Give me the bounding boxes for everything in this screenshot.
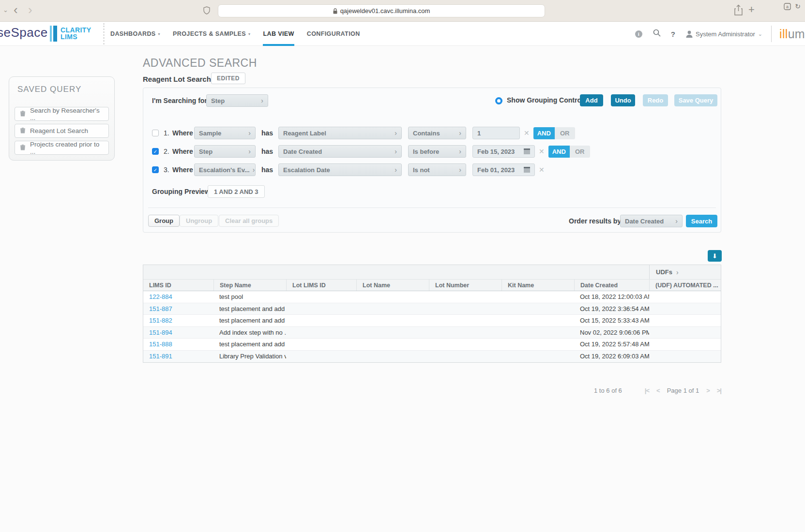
column-header-udf-automated[interactable]: (UDF) AUTOMATED ... (649, 280, 721, 291)
criteria-value-input[interactable]: Feb 01, 2023 (472, 163, 535, 176)
first-page-icon[interactable]: |< (645, 387, 649, 394)
saved-query-item[interactable]: Projects created prior to ... (15, 141, 109, 155)
lims-id-cell: 151-882 (143, 315, 213, 326)
criteria-operator-dropdown[interactable]: Is not› (408, 163, 466, 176)
column-header-lims-id[interactable]: LIMS ID (143, 280, 213, 291)
nav-item-projects-samples[interactable]: PROJECTS & SAMPLES▾ (173, 22, 250, 46)
lims-id-link[interactable]: 151-894 (149, 329, 172, 336)
criteria-checkbox[interactable] (152, 130, 159, 136)
criteria-has-label: has (261, 166, 274, 174)
udfs-toggle[interactable]: UDFs › (649, 265, 721, 279)
or-button[interactable]: OR (555, 127, 575, 139)
search-icon[interactable] (653, 29, 661, 39)
table-cell (356, 303, 429, 315)
chevron-right-icon: › (248, 148, 251, 155)
trash-icon[interactable] (20, 127, 26, 135)
trash-icon[interactable] (20, 110, 26, 118)
criteria-checkbox[interactable]: ✓ (152, 148, 159, 155)
illumina-logo: illum (779, 27, 805, 41)
order-by-dropdown[interactable]: Date Created› (620, 215, 683, 227)
browser-chrome: ⌄ ‹ › qajeweldev01.cavc.illumina.com a ↻… (0, 0, 805, 22)
criteria-operator-dropdown[interactable]: Contains› (408, 127, 466, 139)
address-bar[interactable]: qajeweldev01.cavc.illumina.com (218, 4, 545, 17)
criteria-field-dropdown[interactable]: Reagent Label› (278, 127, 402, 139)
lims-id-link[interactable]: 151-891 (149, 353, 172, 360)
remove-criteria-icon[interactable]: ✕ (524, 129, 530, 137)
criteria-field-dropdown[interactable]: Escalation Date› (278, 163, 402, 176)
table-cell: Oct 19, 2022 5:57:48 AM (574, 339, 649, 350)
chevron-right-icon: › (459, 166, 461, 174)
lims-id-cell: 151-888 (143, 339, 213, 350)
lims-id-link[interactable]: 151-882 (149, 317, 172, 324)
trash-icon[interactable] (20, 144, 26, 152)
criteria-value-input[interactable]: 1 (472, 127, 520, 139)
lims-id-link[interactable]: 151-887 (149, 305, 172, 312)
and-button[interactable]: AND (533, 127, 555, 139)
or-button[interactable]: OR (570, 146, 590, 158)
order-results-label: Order results by (569, 217, 621, 225)
criteria-subject-dropdown[interactable]: Sample› (194, 127, 256, 139)
table-row: 151-891Library Prep Validation v...Oct 1… (143, 351, 721, 363)
url-text: qajeweldev01.cavc.illumina.com (340, 7, 430, 15)
next-page-icon[interactable]: > (706, 387, 710, 394)
column-header-lot-lims-id[interactable]: Lot LIMS ID (286, 280, 356, 291)
browser-back-icon[interactable]: ‹ (14, 2, 18, 17)
help-icon[interactable]: ? (671, 30, 675, 38)
info-icon[interactable]: i (635, 30, 642, 38)
table-cell (286, 351, 356, 363)
saved-query-item[interactable]: Search by Researcher's ... (15, 107, 109, 121)
lims-id-link[interactable]: 151-888 (149, 340, 172, 348)
nav-item-dashboards[interactable]: DASHBOARDS▾ (110, 22, 160, 46)
group-button[interactable]: Group (148, 215, 180, 227)
criteria-has-label: has (261, 129, 274, 137)
lims-id-cell: 151-894 (143, 327, 213, 339)
criteria-subject-dropdown[interactable]: Step› (194, 145, 256, 158)
lims-id-link[interactable]: 122-884 (149, 293, 172, 300)
criteria-where-label: Where (172, 148, 194, 155)
remove-criteria-icon[interactable]: ✕ (539, 166, 545, 174)
column-header-lot-number[interactable]: Lot Number (429, 280, 501, 291)
table-cell: Oct 19, 2022 3:36:54 AM (574, 303, 649, 315)
criteria-operator-dropdown[interactable]: Is before› (408, 145, 466, 158)
share-icon[interactable] (734, 4, 743, 18)
new-tab-icon[interactable]: + (748, 3, 755, 16)
last-page-icon[interactable]: >| (717, 387, 721, 394)
saved-query-item[interactable]: Reagent Lot Search (15, 124, 109, 138)
lims-id-cell: 151-887 (143, 303, 213, 315)
clarity-lims-logo[interactable]: CLARITY LIMS (61, 27, 91, 40)
calendar-icon[interactable] (524, 167, 530, 173)
user-menu[interactable]: System Administrator ⌄ (686, 30, 762, 38)
criteria-checkbox[interactable]: ✓ (152, 166, 159, 173)
column-header-date-created[interactable]: Date Created (574, 280, 649, 291)
basespace-logo[interactable]: seSpace (0, 25, 48, 40)
add-button[interactable]: Add (580, 94, 603, 106)
column-header-step-name[interactable]: Step Name (213, 280, 286, 291)
search-button[interactable]: Search (686, 215, 717, 227)
remove-criteria-icon[interactable]: ✕ (539, 148, 545, 155)
criteria-where-label: Where (172, 166, 194, 174)
browser-forward-icon[interactable]: › (28, 2, 32, 17)
searching-for-dropdown[interactable]: Step› (206, 94, 268, 107)
nav-item-configuration[interactable]: CONFIGURATION (307, 22, 360, 46)
query-name: Reagent Lot Search (143, 75, 211, 83)
column-header-lot-name[interactable]: Lot Name (356, 280, 429, 291)
download-arrow-icon: ⬇ (712, 252, 717, 260)
criteria-field-dropdown[interactable]: Date Created› (278, 145, 402, 158)
table-cell (649, 291, 721, 303)
criteria-value-input[interactable]: Feb 15, 2023 (472, 145, 535, 158)
and-button[interactable]: AND (548, 146, 570, 158)
calendar-icon[interactable] (524, 148, 530, 154)
window-menu-icon[interactable]: ⌄ (3, 6, 8, 14)
nav-item-lab-view[interactable]: LAB VIEW (263, 22, 294, 46)
column-header-kit-name[interactable]: Kit Name (501, 280, 574, 291)
undo-button[interactable]: Undo (611, 94, 635, 106)
download-results-button[interactable]: ⬇ (708, 250, 722, 262)
grouping-controls-radio[interactable] (495, 97, 502, 104)
table-cell (286, 327, 356, 339)
prev-page-icon[interactable]: < (656, 387, 660, 394)
ungroup-button: Ungroup (180, 215, 218, 227)
site-settings-icon[interactable]: a (784, 3, 791, 10)
criteria-subject-dropdown[interactable]: Escalation's Ev...› (194, 163, 256, 176)
chevron-right-icon: › (459, 148, 461, 155)
reload-icon[interactable]: ↻ (795, 2, 801, 10)
